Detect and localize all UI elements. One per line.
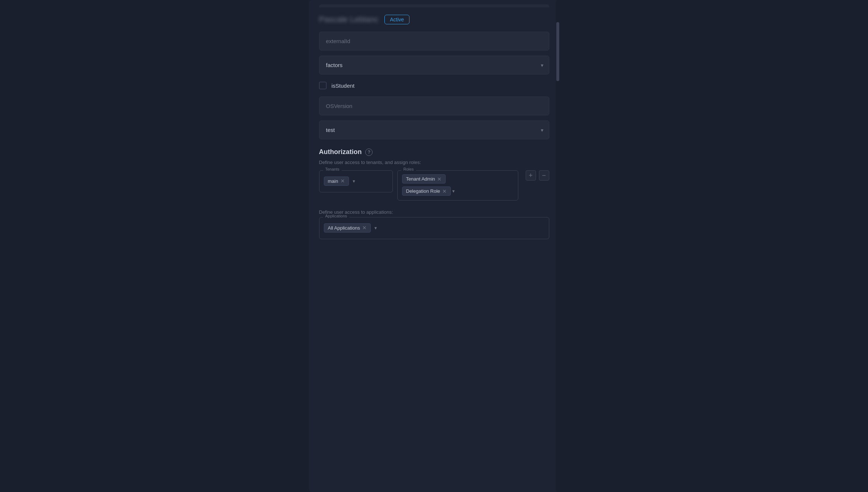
all-applications-tag: All Applications ✕ [324,223,371,233]
tenant-tag-remove[interactable]: ✕ [340,178,345,184]
applications-fieldset: Applications All Applications ✕ ▾ [319,217,549,239]
remove-role-button[interactable]: − [539,170,549,181]
page-wrapper: Pascale Leblanc Active factors ▾ isStude… [0,0,868,492]
all-applications-remove[interactable]: ✕ [362,225,367,230]
applications-legend: Applications [323,214,349,218]
role-row-delegation: Delegation Role ✕ ▾ [402,186,513,196]
role-row-tenant-admin: Tenant Admin ✕ [402,174,513,184]
roles-content: Tenant Admin ✕ Delegation Role [402,174,513,196]
is-student-checkbox[interactable] [319,82,326,89]
authorization-title-row: Authorization ? [319,148,549,156]
is-student-label: isStudent [332,83,355,89]
page-title: Pascale Leblanc [319,15,378,24]
authorization-help-icon[interactable]: ? [365,149,373,156]
authorization-title: Authorization [319,148,362,156]
test-select[interactable]: test [319,121,549,139]
roles-legend: Roles [401,167,416,171]
action-buttons: + − [526,170,549,181]
header-row: Pascale Leblanc Active [309,7,560,32]
delegation-role-chevron-icon[interactable]: ▾ [452,188,455,194]
delegation-role-wrapper: Delegation Role ✕ ▾ [402,186,455,196]
external-id-input[interactable] [319,32,549,50]
os-version-input[interactable] [319,97,549,115]
role-tag-delegation-remove[interactable]: ✕ [442,189,447,194]
applications-chevron-icon[interactable]: ▾ [374,225,377,231]
apps-subtitle: Define user access to applications: [319,209,549,215]
tenant-tag-main: main ✕ [324,177,349,186]
applications-section: Define user access to applications: Appl… [319,208,549,239]
roles-box: Roles Tenant Admin ✕ [397,170,518,200]
authorization-subtitle: Define user access to tenants, and assig… [319,160,549,165]
test-dropdown-wrapper: test ▾ [319,121,549,139]
tenants-box: Tenants main ✕ ▾ [319,170,393,192]
is-student-row: isStudent [319,80,549,91]
top-spacer [319,4,549,7]
scrollbar-track[interactable] [556,0,560,492]
tenant-tag-label: main [328,178,338,184]
active-badge[interactable]: Active [384,15,409,24]
tenants-tag-area: main ✕ ▾ [324,174,388,188]
applications-tag-area: All Applications ✕ ▾ [324,221,544,234]
role-tag-tenant-admin: Tenant Admin ✕ [402,174,446,184]
role-tag-tenant-admin-remove[interactable]: ✕ [437,177,442,182]
tenants-chevron-icon[interactable]: ▾ [353,178,355,184]
role-tag-delegation-label: Delegation Role [406,188,440,194]
add-role-button[interactable]: + [526,170,536,181]
factors-select[interactable]: factors [319,56,549,74]
scrollbar-thumb[interactable] [556,22,559,81]
authorization-section: Authorization ? Define user access to te… [319,144,549,239]
main-panel: Pascale Leblanc Active factors ▾ isStude… [309,0,560,492]
form-area: factors ▾ isStudent test ▾ Aut [309,32,560,239]
roles-fieldset: Roles Tenant Admin ✕ [397,170,518,200]
tenants-roles-row: Tenants main ✕ ▾ [319,170,549,200]
all-applications-label: All Applications [328,225,360,231]
role-tag-delegation: Delegation Role ✕ [402,186,451,196]
factors-dropdown-wrapper: factors ▾ [319,56,549,74]
role-tag-tenant-admin-label: Tenant Admin [406,176,435,182]
tenants-legend: Tenants [323,167,342,171]
tenants-fieldset: Tenants main ✕ ▾ [319,170,393,192]
